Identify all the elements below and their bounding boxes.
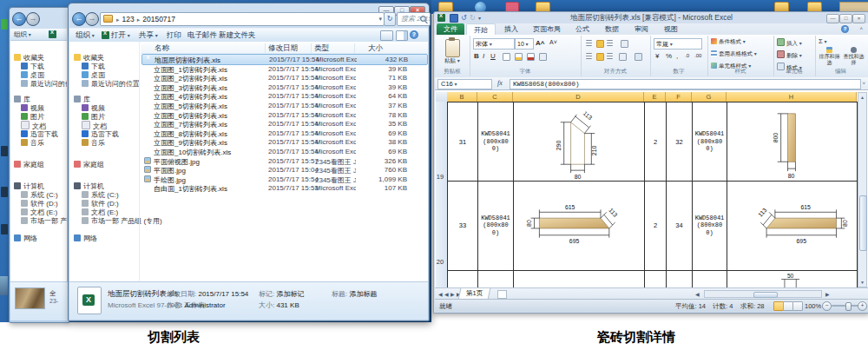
tab-insert[interactable]: 插入 [497, 23, 525, 35]
scroll-up-icon[interactable]: ▲ [858, 95, 866, 100]
quick-access-dropdown-icon[interactable] [478, 14, 481, 23]
row-number-19[interactable]: 19 [435, 173, 445, 181]
file-row[interactable]: 立面图_7切割砖列表.xls2015/7/17 15:54Microsoft E… [141, 119, 426, 129]
minimize-ribbon-icon[interactable]: ˄ [859, 26, 863, 31]
cell-h21-diagram-partial[interactable]: 50 [727, 271, 857, 287]
cell-b19[interactable]: 31 [448, 102, 477, 181]
cell-d20-diagram[interactable]: 615 113 80 695 [514, 182, 644, 269]
phonetic-icon[interactable] [539, 53, 547, 61]
insert-sheet-icon[interactable] [497, 290, 507, 299]
minimize-button[interactable]: — [826, 14, 839, 23]
insert-cells-button[interactable]: 插入 [777, 38, 802, 48]
email-button[interactable]: 电子邮件 [187, 30, 217, 41]
cell-f20[interactable]: 34 [667, 182, 692, 269]
scrollbar-thumb[interactable] [859, 195, 867, 251]
align-right-icon[interactable] [607, 53, 613, 59]
organize-menu[interactable]: 组织 [76, 30, 95, 41]
file-row[interactable]: 立面图_4切割砖列表.xls2015/7/17 15:54Microsoft E… [141, 91, 426, 101]
column-date[interactable]: 修改日期 [268, 43, 298, 54]
new-folder-button[interactable]: 新建文件夹 [219, 30, 256, 41]
row-number-20[interactable]: 20 [435, 258, 445, 266]
file-row[interactable]: 立面图_10切割砖列表.xls2015/7/17 15:54Microsoft … [141, 147, 426, 156]
tab-page-layout[interactable]: 页面布局 [527, 23, 567, 35]
align-middle-icon[interactable] [596, 40, 604, 48]
bold-button[interactable]: B [474, 52, 479, 60]
align-top-icon[interactable] [586, 40, 592, 46]
borders-icon[interactable] [503, 53, 510, 61]
change-view-button[interactable] [380, 30, 393, 41]
tab-data[interactable]: 数据 [598, 23, 626, 35]
decrease-decimal-icon[interactable]: .00 [694, 53, 701, 58]
cell-g19[interactable]: KWD58041(800x800) [693, 102, 727, 181]
cell-c20[interactable]: KWD58041(800x800) [478, 182, 513, 269]
desktop-icon[interactable] [1, 19, 8, 30]
cell-b20[interactable]: 33 [448, 182, 477, 269]
vertical-scrollbar[interactable]: ▲ ▼ [858, 92, 867, 287]
percent-icon[interactable]: % [666, 52, 672, 60]
scroll-down-icon[interactable]: ▼ [858, 280, 866, 285]
font-size-select[interactable]: 10 [515, 38, 534, 50]
address-dropdown-icon[interactable] [378, 13, 382, 25]
desktop-icon[interactable] [1, 146, 8, 156]
tree-item-recent[interactable]: 最近访问的位置 [82, 79, 140, 89]
print-button[interactable]: 打印 [167, 30, 181, 41]
cell-g20[interactable]: KWD58041(800x800) [693, 182, 727, 269]
tree-item-music[interactable]: 音乐 [21, 138, 44, 148]
comma-icon[interactable]: , [676, 52, 678, 60]
column-header-D[interactable]: D [513, 92, 644, 102]
file-row[interactable]: 平面图.jpg2015/7/17 15:042345看图王 JPG ...760… [141, 165, 426, 175]
organize-menu[interactable]: 组织 [14, 30, 31, 39]
formula-input[interactable]: KWB58058(800x800) [510, 79, 861, 89]
first-sheet-icon[interactable]: ◀ [438, 291, 443, 297]
tree-item-share[interactable]: 市场一部 产品组 (专用) [21, 216, 67, 226]
cell-f19[interactable]: 32 [667, 102, 692, 181]
tree-item-homegroup[interactable]: 家庭组 [74, 160, 104, 169]
pane-divider[interactable] [139, 42, 140, 281]
zoom-in-button[interactable]: + [858, 301, 867, 311]
select-all-corner[interactable] [436, 92, 448, 102]
tree-item-share[interactable]: 市场一部 产品组 (专用) [82, 216, 162, 226]
desktop-icon[interactable] [1, 187, 8, 197]
font-color-icon[interactable] [527, 53, 535, 61]
undo-icon[interactable]: ↺ [461, 14, 467, 22]
share-menu[interactable]: 共享 [139, 30, 158, 41]
back-button[interactable] [12, 12, 26, 26]
align-bottom-icon[interactable] [607, 40, 613, 46]
close-button[interactable]: × [852, 14, 865, 23]
sort-filter-button[interactable]: 排序和筛选 [818, 47, 841, 65]
cell-d19-diagram[interactable]: 290 210 113 80 [514, 102, 644, 181]
cell-e20[interactable]: 2 [645, 182, 666, 269]
paste-button[interactable]: 粘贴 [444, 57, 460, 65]
file-row[interactable]: 立面图_5切割砖列表.xls2015/7/17 15:54Microsoft E… [141, 101, 426, 110]
expand-formula-bar-icon[interactable]: ˅ [862, 81, 865, 86]
file-row[interactable]: 立面图_2切割砖列表.xls2015/7/17 15:54Microsoft E… [141, 73, 426, 83]
tab-file[interactable]: 文件 [437, 23, 464, 35]
shrink-font-icon[interactable]: A˅ [549, 39, 557, 45]
preview-pane-button[interactable] [396, 30, 408, 41]
paste-icon[interactable] [445, 39, 460, 57]
autosum-button[interactable]: Σ [819, 37, 827, 45]
tree-item-homegroup[interactable]: 家庭组 [14, 160, 44, 169]
file-row[interactable]: 立面图_9切割砖列表.xls2015/7/17 15:54Microsoft E… [141, 137, 426, 147]
desktop-icon[interactable] [1, 224, 8, 234]
search-input[interactable]: 搜索 2015... [397, 12, 431, 26]
underline-button[interactable]: U [490, 52, 496, 60]
maximize-button[interactable]: □ [839, 14, 852, 23]
zoom-level[interactable]: 100% [805, 302, 821, 310]
number-format-select[interactable]: 常规 [654, 38, 702, 50]
next-sheet-icon[interactable]: ▶ [450, 291, 455, 297]
file-row[interactable]: 自由面_1切割砖列表.xls2015/7/17 15:53Microsoft E… [141, 183, 426, 193]
page-break-view-button[interactable] [792, 301, 803, 311]
open-menu[interactable]: 打开 [102, 30, 130, 41]
merge-center-icon[interactable] [635, 53, 642, 61]
tab-formulas[interactable]: 公式 [569, 23, 596, 35]
breadcrumb-20150717[interactable]: 20150717 [141, 15, 177, 23]
zoom-out-button[interactable]: − [822, 301, 832, 311]
breadcrumb-123[interactable]: 123 [121, 15, 136, 23]
cell-e19[interactable]: 2 [645, 102, 666, 181]
tree-item-recent[interactable]: 最近访问的位置 [21, 79, 67, 89]
column-size[interactable]: 大小 [368, 43, 383, 54]
align-left-icon[interactable] [586, 53, 592, 59]
refresh-button[interactable] [384, 12, 396, 26]
column-type[interactable]: 类型 [314, 43, 329, 54]
